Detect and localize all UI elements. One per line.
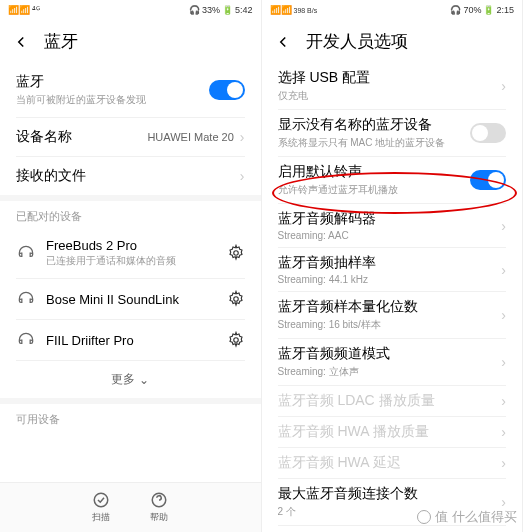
clock: 5:42: [235, 5, 253, 15]
row-sub: Streaming: AAC: [278, 230, 502, 241]
available-devices-header: 可用设备: [0, 404, 261, 431]
settings-row[interactable]: 显示没有名称的蓝牙设备系统将显示只有 MAC 地址的蓝牙设备: [262, 110, 523, 156]
chevron-right-icon: ›: [501, 218, 506, 234]
toggle[interactable]: [470, 123, 506, 143]
watermark-icon: [417, 510, 431, 524]
chevron-right-icon: ›: [501, 424, 506, 440]
status-bar: 📶📶 ⁴ᴳ 🎧 33% 🔋 5:42: [0, 0, 261, 20]
paired-device-row[interactable]: FIIL Driifter Pro: [0, 320, 261, 360]
chevron-right-icon: ›: [501, 354, 506, 370]
row-label: 显示没有名称的蓝牙设备: [278, 116, 471, 134]
paired-device-row[interactable]: Bose Mini II SoundLink: [0, 279, 261, 319]
settings-row[interactable]: 启用默认铃声允许铃声通过蓝牙耳机播放: [262, 157, 523, 203]
device-sub: 已连接用于通话和媒体的音频: [46, 254, 217, 268]
help-button[interactable]: 帮助: [150, 491, 168, 524]
network-speed: 398 B/s: [294, 7, 318, 14]
status-bar: 📶📶 398 B/s 🎧 70% 🔋 2:15: [262, 0, 523, 20]
settings-row[interactable]: 蓝牙音频样本量化位数Streaming: 16 bits/样本›: [262, 292, 523, 338]
chevron-down-icon: ⌄: [139, 373, 149, 387]
battery-percent: 70%: [463, 5, 481, 15]
gear-icon[interactable]: [227, 244, 245, 262]
row-sub: 允许铃声通过蓝牙耳机播放: [278, 183, 471, 197]
developer-options-screen: 📶📶 398 B/s 🎧 70% 🔋 2:15 开发人员选项 选择 USB 配置…: [262, 0, 524, 532]
chevron-right-icon: ›: [240, 129, 245, 145]
settings-row[interactable]: 蓝牙音频解码器Streaming: AAC›: [262, 204, 523, 247]
page-title: 蓝牙: [44, 30, 78, 53]
toggle[interactable]: [470, 170, 506, 190]
gear-icon[interactable]: [227, 290, 245, 308]
device-name: FIIL Driifter Pro: [46, 333, 217, 348]
help-label: 帮助: [150, 511, 168, 524]
bluetooth-sub: 当前可被附近的蓝牙设备发现: [16, 93, 209, 107]
header: 开发人员选项: [262, 20, 523, 63]
row-label: 蓝牙音频样本量化位数: [278, 298, 502, 316]
row-sub: Streaming: 44.1 kHz: [278, 274, 502, 285]
row-label: 蓝牙音频解码器: [278, 210, 502, 228]
settings-row: 蓝牙音频 LDAC 播放质量›: [262, 386, 523, 416]
chevron-right-icon: ›: [501, 78, 506, 94]
headphones-icon: [16, 243, 36, 263]
svg-point-2: [233, 338, 238, 343]
device-name: Bose Mini II SoundLink: [46, 292, 217, 307]
paired-device-row[interactable]: FreeBuds 2 Pro 已连接用于通话和媒体的音频: [0, 228, 261, 278]
row-sub: 系统将显示只有 MAC 地址的蓝牙设备: [278, 136, 471, 150]
battery-icon: 🔋: [222, 5, 233, 15]
page-title: 开发人员选项: [306, 30, 408, 53]
headphone-icon: 🎧: [189, 5, 200, 15]
row-label: 蓝牙音频抽样率: [278, 254, 502, 272]
bluetooth-toggle[interactable]: [209, 80, 245, 100]
chevron-right-icon: ›: [501, 307, 506, 323]
settings-row: 蓝牙音频 HWA 延迟›: [262, 448, 523, 478]
row-label: 选择 USB 配置: [278, 69, 502, 87]
row-label: 蓝牙音频频道模式: [278, 345, 502, 363]
chevron-right-icon: ›: [240, 168, 245, 184]
device-name-value: HUAWEI Mate 20: [147, 131, 233, 143]
row-label: 启用默认铃声: [278, 163, 471, 181]
row-label: 蓝牙音频 LDAC 播放质量: [278, 392, 502, 410]
bluetooth-label: 蓝牙: [16, 73, 209, 91]
device-name: FreeBuds 2 Pro: [46, 238, 217, 253]
more-label: 更多: [111, 371, 135, 388]
row-sub: Streaming: 立体声: [278, 365, 502, 379]
back-icon[interactable]: [274, 33, 292, 51]
chevron-right-icon: ›: [501, 262, 506, 278]
signal-icon: 📶📶: [8, 5, 30, 15]
battery-icon: 🔋: [483, 5, 494, 15]
help-icon: [150, 491, 168, 509]
more-button[interactable]: 更多 ⌄: [0, 361, 261, 398]
row-sub: Streaming: 16 bits/样本: [278, 318, 502, 332]
settings-row[interactable]: 蓝牙音频频道模式Streaming: 立体声›: [262, 339, 523, 385]
svg-point-0: [233, 251, 238, 256]
svg-point-3: [95, 493, 109, 507]
gear-icon[interactable]: [227, 331, 245, 349]
network-type: ⁴ᴳ: [32, 5, 40, 15]
battery-percent: 33%: [202, 5, 220, 15]
row-sub: 仅充电: [278, 89, 502, 103]
row-label: 蓝牙音频 HWA 播放质量: [278, 423, 502, 441]
row-label: 蓝牙音频 HWA 延迟: [278, 454, 502, 472]
headphones-icon: [16, 289, 36, 309]
scan-label: 扫描: [92, 511, 110, 524]
watermark-text: 值 什么值得买: [435, 508, 517, 526]
back-icon[interactable]: [12, 33, 30, 51]
headphones-icon: [16, 330, 36, 350]
chevron-right-icon: ›: [501, 455, 506, 471]
headphone-icon: 🎧: [450, 5, 461, 15]
settings-row[interactable]: 蓝牙音频抽样率Streaming: 44.1 kHz›: [262, 248, 523, 291]
row-label: 最大蓝牙音频连接个数: [278, 485, 502, 503]
device-name-row[interactable]: 设备名称 HUAWEI Mate 20 ›: [0, 118, 261, 156]
received-files-row[interactable]: 接收的文件 ›: [0, 157, 261, 195]
bluetooth-settings-screen: 📶📶 ⁴ᴳ 🎧 33% 🔋 5:42 蓝牙 蓝牙 当前可被附近的蓝牙设备发现: [0, 0, 262, 532]
settings-row[interactable]: 选择 USB 配置仅充电›: [262, 63, 523, 109]
signal-icon: 📶📶: [270, 5, 292, 15]
bluetooth-toggle-row[interactable]: 蓝牙 当前可被附近的蓝牙设备发现: [0, 63, 261, 117]
scan-icon: [92, 491, 110, 509]
bottom-bar: 扫描 帮助: [0, 482, 261, 532]
svg-point-1: [233, 297, 238, 302]
scan-button[interactable]: 扫描: [92, 491, 110, 524]
received-files-label: 接收的文件: [16, 167, 86, 185]
paired-devices-header: 已配对的设备: [0, 201, 261, 228]
settings-row: 蓝牙音频 HWA 播放质量›: [262, 417, 523, 447]
clock: 2:15: [496, 5, 514, 15]
chevron-right-icon: ›: [501, 393, 506, 409]
